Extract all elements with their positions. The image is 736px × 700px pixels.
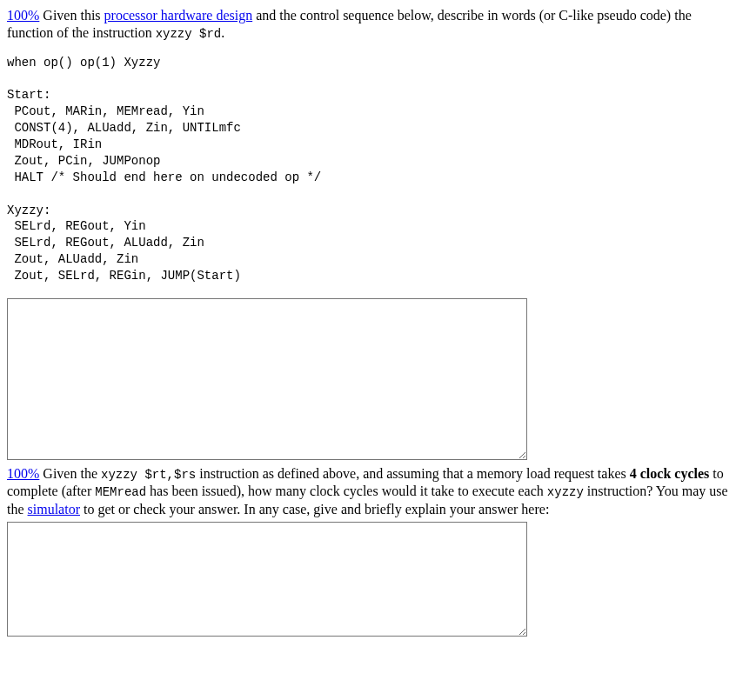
- question-2-prompt: 100% Given the xyzzy $rt,$rs instruction…: [7, 465, 729, 518]
- score-link-1[interactable]: 100%: [7, 8, 39, 23]
- q2-bold: 4 clock cycles: [630, 466, 710, 481]
- answer-2-textarea[interactable]: [7, 522, 527, 637]
- q1-instruction: xyzzy $rd: [156, 27, 222, 41]
- control-sequence-code: when op() op(1) Xyzzy Start: PCout, MARi…: [7, 55, 729, 284]
- answer-1-textarea[interactable]: [7, 298, 527, 460]
- simulator-link[interactable]: simulator: [28, 502, 80, 517]
- q1-text-before: Given this: [39, 8, 104, 23]
- q2-text6: to get or check your answer. In any case…: [80, 502, 549, 517]
- q2-text4: has been issued), how many clock cycles …: [146, 483, 547, 498]
- question-1-prompt: 100% Given this processor hardware desig…: [7, 7, 729, 43]
- answer-2-container: [7, 520, 729, 642]
- q1-period: .: [221, 25, 224, 40]
- q2-instr: xyzzy $rt,$rs: [101, 468, 196, 482]
- q2-instr2: xyzzy: [547, 485, 584, 499]
- q2-text1: Given the: [39, 466, 101, 481]
- q2-text2: instruction as defined above, and assumi…: [196, 466, 630, 481]
- processor-hardware-design-link[interactable]: processor hardware design: [104, 8, 253, 23]
- answer-1-container: [7, 297, 729, 465]
- q2-memread: MEMread: [95, 485, 146, 499]
- score-link-2[interactable]: 100%: [7, 466, 39, 481]
